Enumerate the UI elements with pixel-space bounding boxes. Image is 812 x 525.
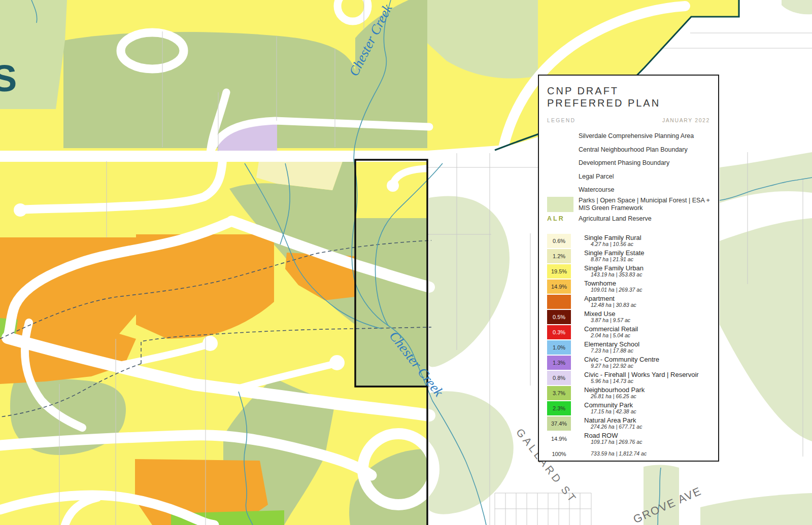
- legend-class-area: 9.27 ha | 22.92 ac: [584, 363, 659, 369]
- legend-class-name: Townhome: [584, 280, 642, 287]
- alr-symbol: ALR: [547, 215, 579, 222]
- legend-class-item: 1.0%Elementary School7.23 ha | 17.88 ac: [547, 340, 710, 355]
- road-culdesac1-bulb: [202, 336, 218, 351]
- road-curl-bulb: [387, 180, 399, 192]
- legend-class-name: Neighbourhood Park: [584, 387, 645, 394]
- legend-class-area: 274.26 ha | 677.71 ac: [584, 424, 642, 430]
- legend-class-swatch: 0.3%: [547, 325, 571, 339]
- legend-class-percent: 14.9%: [547, 432, 571, 446]
- legend-class-name: Single Family Urban: [584, 265, 644, 272]
- legend-class-swatch: 37.4%: [547, 416, 571, 431]
- legend-boundary-label: Silverdale Comprehensive Planning Area: [579, 132, 694, 139]
- legend-class-text: Mixed Use3.87 ha | 9.57 ac: [571, 310, 630, 323]
- legend-boundary-label: Agricultural Land Reserve: [579, 215, 652, 222]
- legend-class-swatch: 1.2%: [547, 249, 571, 263]
- legend-class-area: 3.87 ha | 9.57 ac: [584, 318, 630, 324]
- legend-title-line1: CNP DRAFT: [547, 85, 710, 97]
- landuse-mint-center: [429, 196, 510, 367]
- legend-boundary-label: Legal Parcel: [579, 173, 614, 180]
- landuse-mint-east-band2: [720, 218, 812, 441]
- legend-class-area: 109.01 ha | 269.37 ac: [584, 287, 642, 293]
- legend-class-swatch: 0.6%: [547, 234, 571, 248]
- landuse-mint-bottomright: [700, 493, 812, 525]
- legend-class-text: Community Park17.15 ha | 42.38 ac: [571, 402, 636, 414]
- road-bulb-west: [14, 203, 27, 217]
- legend-boundary-label: Central Neighbourhood Plan Boundary: [579, 146, 688, 153]
- legend-class-item: 0.3%Commercial Retail2.04 ha | 5.04 ac: [547, 325, 710, 340]
- legend-class-area: 109.17 ha | 269.76 ac: [584, 439, 642, 445]
- legend-boundary-label: Parks | Open Space | Municipal Forest | …: [579, 197, 710, 212]
- legend-class-area: 8.87 ha | 21.91 ac: [584, 257, 645, 263]
- parks-swatch-color: [547, 197, 573, 212]
- legend-class-item: 0.6%Single Family Rural4.27 ha | 10.56 a…: [547, 233, 710, 249]
- parks-swatch: [547, 197, 579, 212]
- legend-class-name: Natural Area Park: [584, 417, 642, 424]
- legend-class-name: Single Family Estate: [584, 250, 645, 257]
- legend-boundary-label: Watercourse: [579, 186, 614, 193]
- legend-class-name: Commercial Retail: [584, 326, 638, 333]
- legend-boundary-item: Parks | Open Space | Municipal Forest | …: [547, 197, 710, 212]
- legend-class-percent: 100%: [547, 447, 571, 461]
- legend-title-line2: PREFERRED PLAN: [547, 97, 710, 109]
- legend-boundary-item: Legal Parcel: [547, 170, 710, 184]
- legend-class-text: Commercial Retail2.04 ha | 5.04 ac: [571, 326, 638, 338]
- landuse-mint-topright: [782, 0, 812, 14]
- legend-class-area: 4.27 ha | 10.56 ac: [584, 241, 641, 248]
- legend-class-swatch: 3.7%: [547, 386, 571, 400]
- legend-class-area: 5.96 ha | 14.73 ac: [584, 378, 699, 384]
- legend-class-text: Townhome109.01 ha | 269.37 ac: [571, 280, 642, 293]
- legend-class-item: 0.8%Civic - Firehall | Works Yard | Rese…: [547, 370, 710, 386]
- legend-class-name: Civic - Community Centre: [584, 356, 659, 363]
- legend-class-swatch: 0.5%: [547, 310, 571, 324]
- landuse-sage-north: [63, 32, 355, 148]
- legend-class-item: 19.5%Single Family Urban143.19 ha | 353.…: [547, 264, 710, 279]
- legend-class-text: Single Family Urban143.19 ha | 353.83 ac: [571, 265, 644, 277]
- legend-date: JANUARY 2022: [662, 117, 710, 123]
- legend-class-item: 3.7%Neighbourhood Park26.81 ha | 66.25 a…: [547, 386, 710, 401]
- legend-class-text: Apartment12.48 ha | 30.83 ac: [571, 295, 636, 308]
- legend-class-item: 100%733.59 ha | 1,812.74 ac: [547, 446, 710, 462]
- legend-class-text: Civic - Community Centre9.27 ha | 22.92 …: [571, 356, 659, 369]
- legend-class-swatch: 1.0%: [547, 340, 571, 355]
- legend-class-item: 2.3%Community Park17.15 ha | 42.38 ac: [547, 401, 710, 416]
- alr-label: ALR: [547, 215, 565, 222]
- legend-class-name: Single Family Rural: [584, 234, 641, 241]
- map-letter-s: S: [0, 57, 17, 99]
- legend-class-text: Natural Area Park274.26 ha | 677.71 ac: [571, 417, 642, 430]
- legend-class-area: 143.19 ha | 353.83 ac: [584, 272, 644, 278]
- legend-class-swatch: 14.9%: [547, 279, 571, 294]
- legend-title: CNP DRAFT PREFERRED PLAN: [547, 85, 710, 109]
- legend-boundary-item: Watercourse: [547, 183, 710, 197]
- legend-class-item: 14.9%Townhome109.01 ha | 269.37 ac: [547, 279, 710, 294]
- landuse-mint-south: [429, 391, 514, 514]
- legend-class-area: 7.23 ha | 17.88 ac: [584, 348, 639, 354]
- legend-class-text: Neighbourhood Park26.81 ha | 66.25 ac: [571, 387, 645, 399]
- legend-class-swatch: 0.8%: [547, 371, 571, 385]
- legend-class-item: 37.4%Natural Area Park274.26 ha | 677.71…: [547, 416, 710, 431]
- legend-boundary-item: Development Phasing Boundary: [547, 156, 710, 170]
- legend-class-name: Community Park: [584, 402, 636, 409]
- legend-class-text: Elementary School7.23 ha | 17.88 ac: [571, 341, 639, 354]
- legend-subheader: LEGEND JANUARY 2022: [547, 117, 710, 123]
- legend-boundary-label: Development Phasing Boundary: [579, 159, 669, 166]
- landuse-mint-east-band1: [720, 152, 812, 203]
- legend-class-item: Apartment12.48 ha | 30.83 ac: [547, 294, 710, 309]
- legend-class-name: Road ROW: [584, 432, 642, 439]
- legend-word: LEGEND: [547, 117, 576, 123]
- legend-boundary-list: Silverdale Comprehensive Planning AreaCe…: [547, 129, 710, 225]
- legend-boundary-item: ALRAgricultural Land Reserve: [547, 212, 710, 226]
- legend-class-area: 733.59 ha | 1,812.74 ac: [584, 451, 647, 457]
- legend-boundary-item: Central Neighbourhood Plan Boundary: [547, 143, 710, 157]
- legend-boundary-item: Silverdale Comprehensive Planning Area: [547, 129, 710, 143]
- road-culdesac2-bulb: [329, 355, 345, 370]
- legend-class-name: Mixed Use: [584, 310, 630, 318]
- legend-class-item: 1.2%Single Family Estate8.87 ha | 21.91 …: [547, 249, 710, 264]
- legend-class-text: Single Family Rural4.27 ha | 10.56 ac: [571, 234, 641, 247]
- legend-class-name: Civic - Firehall | Works Yard | Reservoi…: [584, 371, 699, 378]
- legend-class-swatch: 2.3%: [547, 401, 571, 415]
- legend-class-area: 2.04 ha | 5.04 ac: [584, 333, 638, 339]
- legend-class-name: Apartment: [584, 295, 636, 302]
- legend-class-text: Civic - Firehall | Works Yard | Reservoi…: [571, 371, 699, 384]
- legend-class-list: 0.6%Single Family Rural4.27 ha | 10.56 a…: [547, 233, 710, 462]
- legend-class-name: Elementary School: [584, 341, 639, 348]
